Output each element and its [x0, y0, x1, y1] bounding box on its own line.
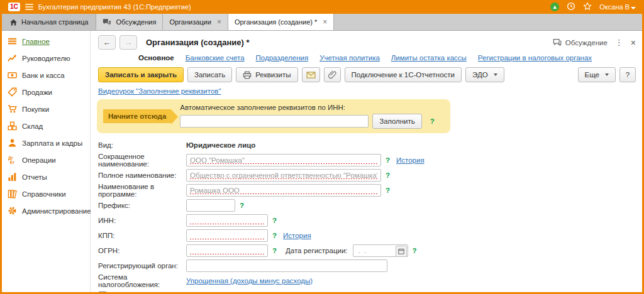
save-button[interactable]: Записать — [187, 67, 232, 82]
help-mark[interactable]: ? — [386, 187, 390, 194]
calendar-icon[interactable] — [396, 246, 407, 257]
sidebar-item-warehouse[interactable]: Склад — [2, 117, 90, 134]
sidebar-item-sales[interactable]: Продажи — [2, 84, 90, 101]
sidebar-item-reports[interactable]: Отчеты — [2, 168, 90, 185]
discussion-bubble-icon — [553, 38, 562, 46]
row-ogrn: ОГРН: ? Дата регистрации: ? — [98, 244, 642, 257]
envelope-icon — [306, 72, 316, 79]
short-name-input[interactable] — [186, 154, 381, 166]
sidebar-item-operations[interactable]: ДтКт Операции — [2, 151, 90, 168]
ogrn-input[interactable] — [186, 244, 268, 257]
row-kind: Вид: Юридическое лицо — [98, 138, 642, 151]
inn-input[interactable] — [186, 214, 268, 227]
close-tab-icon[interactable]: × — [323, 18, 327, 26]
help-mark[interactable]: ? — [240, 202, 244, 209]
prefix-input[interactable] — [186, 199, 235, 212]
title-bar: 1С Бухгалтерия предприятия 43 (1С:Предпр… — [2, 0, 642, 14]
back-button[interactable]: ← — [98, 35, 116, 50]
tab-main[interactable]: Основное — [138, 54, 174, 62]
requisites-button[interactable]: Реквизиты — [236, 67, 297, 82]
tab-home-label: Начальная страница — [21, 18, 88, 26]
discussions-icon — [103, 18, 111, 26]
open-windows-bar: Начальная страница Обсуждения Организаци… — [2, 14, 642, 31]
tab-discussions-label: Обсуждения — [116, 18, 156, 26]
sidebar-item-label: Зарплата и кадры — [22, 139, 82, 147]
tab-cash-limits[interactable]: Лимиты остатка кассы — [391, 54, 467, 62]
connect-1c-reporting-button[interactable]: Подключение к 1С-Отчетности — [345, 67, 462, 82]
sidebar-item-label: Операции — [22, 156, 56, 164]
menu-icon — [8, 36, 17, 46]
main-menu-icon[interactable] — [25, 3, 33, 11]
help-mark[interactable]: ? — [386, 172, 390, 179]
history-icon[interactable] — [567, 2, 575, 12]
row-full-name: Полное наименование: ? — [98, 168, 642, 182]
help-mark[interactable]: ? — [272, 247, 277, 254]
help-mark[interactable]: ? — [413, 247, 417, 254]
sidebar-item-label: Отчеты — [22, 173, 47, 181]
inn-autofill-input[interactable] — [180, 115, 369, 128]
bar-chart-icon — [8, 172, 17, 182]
foreign-org-checkbox[interactable] — [98, 291, 107, 293]
video-tutorial-link[interactable]: Видеоурок "Заполнение реквизитов" — [98, 87, 221, 95]
help-mark[interactable]: ? — [272, 232, 277, 239]
tab-organization-create-label: Организация (создание) * — [235, 18, 317, 26]
edo-label: ЭДО — [472, 71, 488, 79]
sidebar-item-label: Руководителю — [22, 55, 70, 62]
save-and-close-button[interactable]: Записать и закрыть — [98, 67, 184, 82]
close-tab-icon[interactable]: × — [217, 18, 221, 26]
more-button[interactable]: Еще — [578, 67, 616, 82]
full-name-input[interactable] — [186, 169, 381, 182]
row-inn: ИНН: ? — [98, 214, 642, 227]
more-menu-icon[interactable]: ⋮ — [615, 38, 623, 47]
program-name-label: Наименование в программе: — [98, 183, 186, 198]
sidebar-item-manager[interactable]: Руководителю — [2, 50, 90, 67]
more-label: Еще — [585, 71, 599, 79]
tab-organizations[interactable]: Организации × — [163, 14, 228, 30]
fill-button[interactable]: Заполнить — [372, 114, 421, 129]
sidebar-item-administration[interactable]: Администрирование — [2, 202, 90, 219]
close-form-icon[interactable]: × — [631, 38, 636, 48]
help-mark[interactable]: ? — [272, 217, 277, 224]
sidebar-item-bank-cash[interactable]: Банк и касса — [2, 67, 90, 84]
help-mark[interactable]: ? — [386, 156, 390, 164]
kpp-label: КПП: — [98, 232, 186, 239]
tab-discussions[interactable]: Обсуждения — [96, 14, 163, 30]
program-name-input[interactable] — [186, 184, 381, 197]
reg-date-label: Дата регистрации: — [286, 247, 348, 254]
tab-tax-registrations[interactable]: Регистрации в налоговых органах — [478, 54, 592, 62]
tab-bank-accounts[interactable]: Банковские счета — [186, 54, 245, 62]
foreign-org-label: Отделение иностранной организации — [111, 292, 238, 293]
discussion-link[interactable]: Обсуждение — [553, 38, 608, 46]
tax-system-link[interactable]: Упрощенная (доходы минус расходы) — [186, 277, 313, 285]
favorites-star-icon[interactable] — [583, 2, 592, 12]
svg-text:Кт: Кт — [10, 160, 15, 165]
kpp-input[interactable] — [186, 229, 268, 242]
dt-kt-icon: ДтКт — [8, 155, 17, 165]
sidebar-item-main[interactable]: Главное — [2, 33, 90, 50]
tab-organization-create[interactable]: Организация (создание) * × — [228, 14, 334, 30]
kpp-history-link[interactable]: История — [283, 232, 311, 239]
help-button[interactable]: ? — [619, 67, 636, 82]
trend-chart-icon — [8, 53, 17, 63]
short-name-history-link[interactable]: История — [396, 156, 425, 164]
sidebar-item-salary-hr[interactable]: Зарплата и кадры — [2, 134, 90, 151]
tab-accounting-policy[interactable]: Учетная политика — [319, 54, 380, 62]
tab-divisions[interactable]: Подразделения — [256, 54, 309, 62]
page-title: Организация (создание) * — [146, 38, 250, 47]
tab-home[interactable]: Начальная страница — [2, 14, 96, 30]
price-tag-icon — [8, 87, 17, 97]
edo-button[interactable]: ЭДО — [465, 67, 504, 82]
form-toolbar: Записать и закрыть Записать Реквизиты По… — [91, 65, 642, 85]
sidebar-item-purchases[interactable]: Покупки — [2, 101, 90, 117]
sidebar-item-directories[interactable]: Справочники — [2, 185, 90, 202]
boxes-icon — [8, 121, 17, 131]
person-icon — [8, 138, 17, 148]
email-button[interactable] — [302, 67, 320, 82]
chevron-down-icon — [631, 7, 636, 9]
help-mark[interactable]: ? — [430, 117, 435, 125]
form-nav-tabs: Основное Банковские счета Подразделения … — [91, 52, 642, 65]
attach-button[interactable] — [324, 67, 341, 82]
service-status-icon[interactable]: ▲ — [550, 3, 559, 11]
reg-organ-input[interactable] — [186, 259, 387, 272]
user-menu[interactable]: Оксана В — [599, 3, 636, 11]
